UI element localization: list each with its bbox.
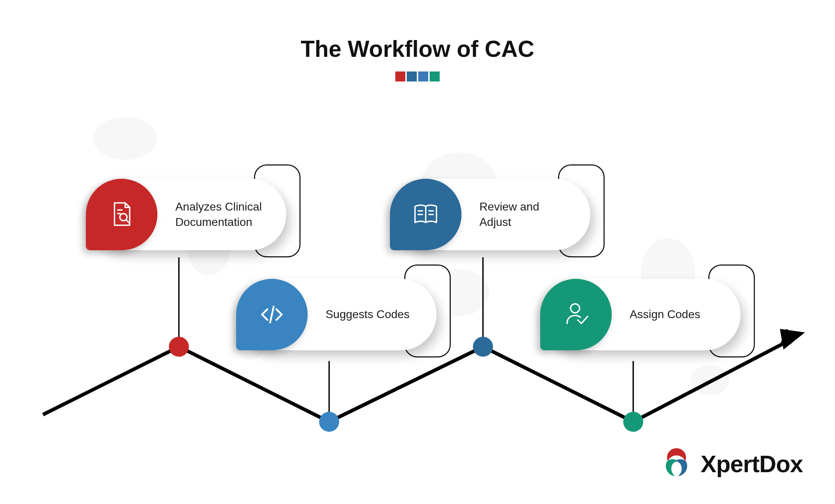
document-search-icon <box>107 200 136 229</box>
legend-blue <box>418 71 428 81</box>
step-4: Assign Codes <box>540 279 741 350</box>
brand-logo: XpertDox <box>659 445 803 483</box>
step-card: Assign Codes <box>540 279 741 350</box>
step-label: Suggests Codes <box>308 307 436 322</box>
step-label: Assign Codes <box>612 307 741 322</box>
node-1 <box>169 337 189 357</box>
step-card: Analyzes ClinicalDocumentation <box>86 179 286 250</box>
step-icon-bubble <box>86 179 157 250</box>
logo-mark-icon <box>659 445 694 483</box>
svg-point-12 <box>571 304 580 313</box>
connector-1 <box>178 257 180 349</box>
logo-text: XpertDox <box>701 450 803 478</box>
node-3 <box>473 337 493 357</box>
step-1: Analyzes ClinicalDocumentation <box>86 179 286 250</box>
legend-teal <box>430 71 440 81</box>
diagram-title: The Workflow of CAC <box>0 36 835 62</box>
legend-red <box>395 71 405 81</box>
step-3: Review andAdjust <box>390 179 590 250</box>
node-2 <box>319 412 339 432</box>
step-icon-bubble <box>390 179 462 250</box>
legend-darkblue <box>407 71 417 81</box>
connector-3 <box>482 257 484 349</box>
user-check-icon <box>562 300 590 329</box>
color-legend <box>395 71 440 81</box>
svg-line-6 <box>270 307 274 323</box>
svg-point-2 <box>120 214 127 221</box>
node-4 <box>623 412 643 432</box>
step-label: Review andAdjust <box>462 199 590 230</box>
step-2: Suggests Codes <box>236 279 436 350</box>
step-icon-bubble <box>540 279 612 350</box>
step-label: Analyzes ClinicalDocumentation <box>157 199 286 230</box>
step-card: Suggests Codes <box>236 279 436 350</box>
step-card: Review andAdjust <box>390 179 590 250</box>
step-icon-bubble <box>236 279 308 350</box>
book-icon <box>411 200 440 229</box>
code-icon <box>258 300 286 329</box>
